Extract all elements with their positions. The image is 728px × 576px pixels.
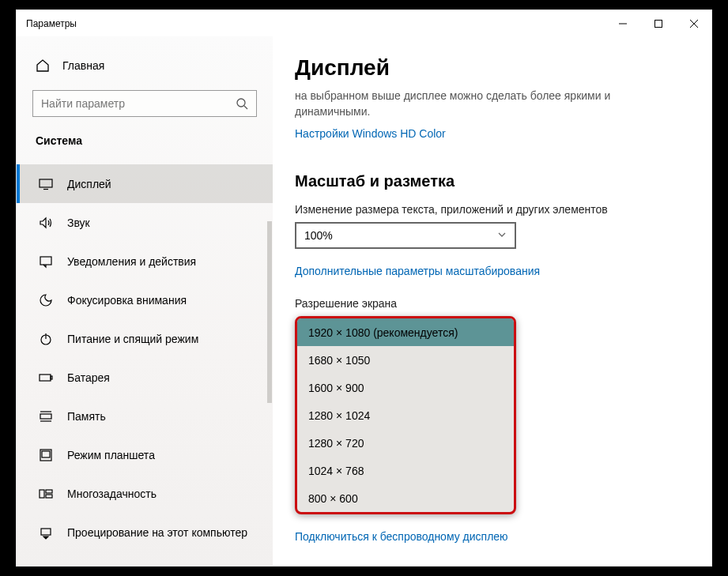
svg-rect-20 — [46, 495, 52, 498]
notify-icon — [39, 254, 53, 269]
svg-rect-11 — [40, 375, 51, 381]
scale-advanced-link[interactable]: Дополнительные параметры масштабирования — [295, 265, 540, 277]
maximize-icon — [654, 20, 662, 28]
svg-rect-6 — [40, 179, 52, 187]
sidebar-item-power[interactable]: Питание и спящий режим — [17, 319, 273, 358]
battery-icon — [39, 371, 53, 385]
search-icon — [228, 91, 256, 116]
sidebar-item-multi[interactable]: Многозадачность — [17, 474, 273, 513]
minimize-button[interactable] — [605, 10, 640, 36]
chevron-down-icon — [497, 229, 507, 242]
scale-label: Изменение размера текста, приложений и д… — [295, 203, 689, 216]
maximize-button[interactable] — [640, 10, 676, 36]
svg-rect-8 — [40, 257, 51, 265]
sidebar-item-display[interactable]: Дисплей — [17, 164, 273, 203]
body: Главная Система ДисплейЗвукУведомления и… — [17, 36, 711, 566]
home-label: Главная — [62, 59, 104, 72]
search-input[interactable] — [33, 97, 228, 110]
sidebar-item-sound[interactable]: Звук — [17, 203, 273, 242]
scale-select[interactable]: 100% — [295, 222, 516, 249]
svg-rect-1 — [654, 20, 662, 27]
sidebar-item-notify[interactable]: Уведомления и действия — [17, 242, 273, 280]
resolution-label: Разрешение экрана — [295, 297, 689, 310]
resolution-option[interactable]: 1680 × 1050 — [297, 346, 514, 374]
wireless-display-link[interactable]: Подключиться к беспроводному дисплею — [295, 530, 508, 543]
resolution-option[interactable]: 1920 × 1080 (рекомендуется) — [297, 318, 514, 346]
svg-rect-17 — [42, 451, 50, 457]
sidebar: Главная Система ДисплейЗвукУведомления и… — [17, 36, 273, 566]
resolution-option[interactable]: 1280 × 720 — [297, 429, 514, 457]
svg-rect-19 — [46, 490, 52, 493]
sidebar-scrollbar[interactable] — [267, 221, 272, 403]
display-icon — [39, 177, 53, 191]
close-button[interactable] — [676, 10, 711, 36]
sound-icon — [39, 216, 53, 230]
sidebar-item-project[interactable]: Проецирование на этот компьютер — [17, 513, 273, 552]
sidebar-item-label: Проецирование на этот компьютер — [67, 526, 247, 539]
page-title: Дисплей — [295, 55, 689, 81]
close-icon — [690, 20, 698, 28]
sidebar-item-label: Память — [67, 410, 106, 423]
sidebar-item-label: Питание и спящий режим — [67, 333, 198, 345]
svg-rect-21 — [41, 529, 51, 535]
sidebar-item-battery[interactable]: Батарея — [17, 358, 273, 397]
sidebar-item-label: Фокусировка внимания — [67, 294, 187, 307]
focus-icon — [39, 293, 53, 307]
svg-point-4 — [237, 99, 245, 107]
home-icon — [36, 58, 50, 73]
storage-icon — [39, 409, 53, 424]
sidebar-item-focus[interactable]: Фокусировка внимания — [17, 280, 273, 319]
sidebar-item-label: Батарея — [67, 371, 110, 384]
sidebar-item-label: Многозадачность — [67, 488, 157, 500]
svg-rect-13 — [40, 414, 51, 419]
search-box[interactable] — [32, 90, 257, 117]
sidebar-item-label: Режим планшета — [67, 449, 155, 461]
sidebar-item-storage[interactable]: Память — [17, 397, 273, 435]
resolution-option[interactable]: 1600 × 900 — [297, 374, 514, 401]
hd-color-link[interactable]: Настройки Windows HD Color — [295, 127, 446, 140]
scale-value: 100% — [304, 229, 333, 242]
home-nav[interactable]: Главная — [17, 54, 273, 77]
hd-color-desc: на выбранном выше дисплее можно сделать … — [295, 88, 658, 119]
sidebar-item-tablet[interactable]: Режим планшета — [17, 435, 273, 474]
nav-list: ДисплейЗвукУведомления и действияФокусир… — [17, 164, 273, 552]
tablet-icon — [39, 448, 53, 462]
sidebar-item-label: Уведомления и действия — [67, 255, 196, 268]
multi-icon — [39, 487, 53, 501]
sidebar-group-title: Система — [36, 134, 273, 147]
content: Дисплей на выбранном выше дисплее можно … — [273, 36, 711, 566]
window-title: Параметры — [26, 18, 77, 29]
power-icon — [39, 332, 53, 346]
resolution-option[interactable]: 1280 × 1024 — [297, 401, 514, 429]
sidebar-item-label: Дисплей — [67, 178, 111, 190]
sidebar-item-label: Звук — [67, 216, 90, 229]
project-icon — [39, 525, 53, 540]
scale-heading: Масштаб и разметка — [295, 172, 689, 190]
minimize-icon — [619, 20, 627, 28]
resolution-dropdown: 1920 × 1080 (рекомендуется)1680 × 105016… — [295, 316, 516, 514]
svg-rect-12 — [51, 376, 52, 379]
settings-window: Параметры Главная — [17, 10, 711, 566]
titlebar: Параметры — [17, 10, 711, 36]
svg-rect-18 — [40, 490, 44, 498]
resolution-option[interactable]: 800 × 600 — [297, 484, 514, 512]
svg-line-5 — [244, 106, 247, 109]
resolution-option[interactable]: 1024 × 768 — [297, 457, 514, 484]
